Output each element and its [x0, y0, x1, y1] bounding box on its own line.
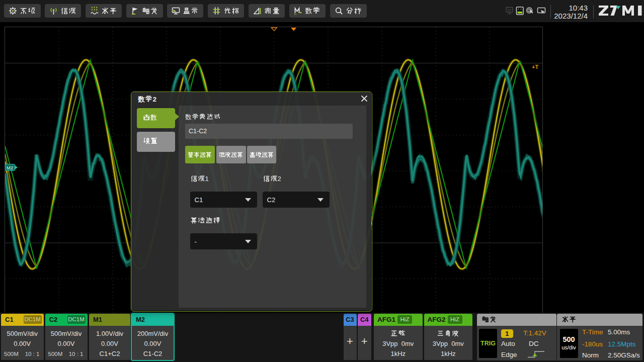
- svg-text:M2: M2: [7, 165, 13, 170]
- svg-text:+T: +T: [532, 64, 538, 70]
